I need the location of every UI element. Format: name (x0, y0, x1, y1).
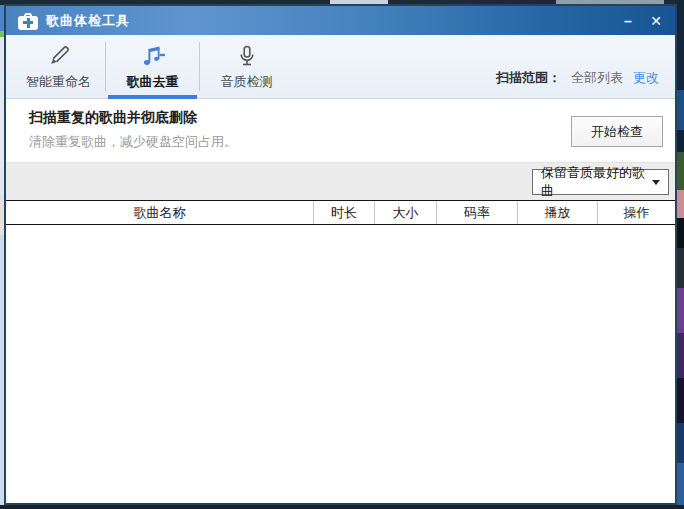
minimize-icon[interactable]: – (617, 10, 639, 32)
tab-label: 歌曲去重 (127, 73, 179, 91)
column-header-operation: 操作 (597, 201, 675, 224)
keep-quality-dropdown[interactable]: 保留音质最好的歌曲 (532, 169, 669, 195)
scan-range-value: 全部列表 (571, 69, 623, 87)
scan-range-label: 扫描范围： (496, 69, 561, 87)
column-header-bitrate: 码率 (436, 201, 517, 224)
tab-label: 智能重命名 (26, 73, 91, 91)
background-app-right (677, 0, 684, 509)
first-aid-kit-icon (18, 12, 38, 30)
tab-label: 音质检测 (221, 73, 273, 91)
column-header-duration: 时长 (313, 201, 374, 224)
tab-smart-rename[interactable]: 智能重命名 (12, 35, 105, 98)
tab-bar: 智能重命名 歌曲去重 (6, 35, 675, 99)
window-title: 歌曲体检工具 (46, 12, 130, 30)
song-checkup-dialog: 歌曲体检工具 – ✕ 智能重命名 (4, 4, 677, 505)
column-header-size: 大小 (374, 201, 436, 224)
table-header: 歌曲名称 时长 大小 码率 播放 操作 (6, 200, 675, 225)
tab-audio-quality[interactable]: 音质检测 (200, 35, 293, 98)
scan-range-change-link[interactable]: 更改 (633, 69, 659, 87)
options-toolbar: 保留音质最好的歌曲 (6, 162, 675, 200)
song-table-body (6, 225, 675, 503)
column-header-play: 播放 (517, 201, 597, 224)
pencil-icon (47, 42, 71, 68)
tab-dedupe[interactable]: 歌曲去重 (106, 35, 199, 98)
caret-down-icon (652, 180, 660, 185)
background-app-bottom (0, 505, 684, 509)
title-bar: 歌曲体检工具 – ✕ (6, 6, 675, 35)
start-check-button[interactable]: 开始检查 (571, 116, 663, 147)
column-header-song-name: 歌曲名称 (6, 201, 313, 224)
scan-range: 扫描范围： 全部列表 更改 (496, 69, 659, 87)
window-controls: – ✕ (617, 6, 667, 35)
dedupe-description-section: 扫描重复的歌曲并彻底删除 清除重复歌曲，减少硬盘空间占用。 开始检查 (6, 99, 675, 162)
music-note-icon (140, 42, 166, 68)
section-subtitle: 清除重复歌曲，减少硬盘空间占用。 (29, 133, 237, 151)
microphone-icon (235, 42, 259, 68)
section-title: 扫描重复的歌曲并彻底删除 (29, 109, 197, 127)
dropdown-value: 保留音质最好的歌曲 (541, 164, 652, 200)
close-icon[interactable]: ✕ (645, 10, 667, 32)
